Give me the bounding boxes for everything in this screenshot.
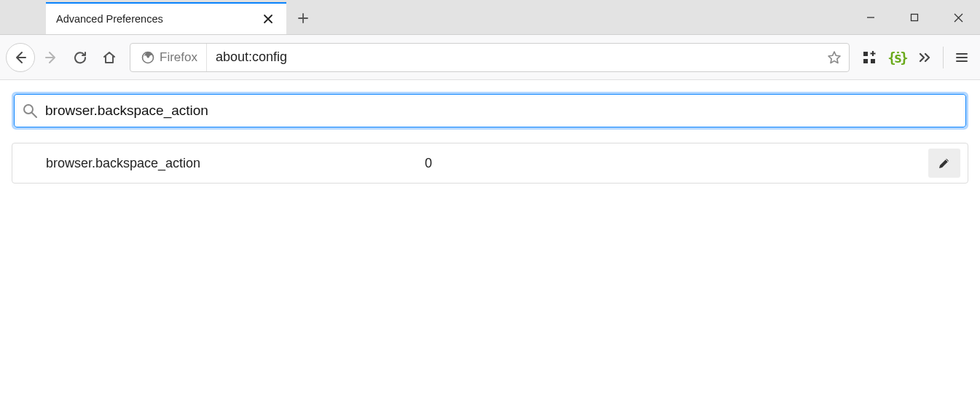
window-controls — [849, 0, 980, 35]
browser-tab-active[interactable]: Advanced Preferences — [46, 2, 286, 34]
toolbar-separator — [943, 47, 944, 68]
identity-label: Firefox — [160, 50, 197, 65]
preference-name: browser.backspace_action — [46, 156, 425, 171]
forward-button[interactable] — [38, 44, 64, 71]
reload-button[interactable] — [67, 44, 93, 71]
pencil-icon — [938, 157, 951, 170]
back-button[interactable] — [6, 43, 35, 72]
navigation-toolbar: Firefox {ṡ} — [0, 35, 980, 80]
overflow-chevron-icon[interactable] — [912, 45, 937, 70]
hamburger-menu-icon[interactable] — [949, 45, 974, 70]
window-close-button[interactable] — [936, 0, 980, 35]
maximize-button[interactable] — [893, 0, 936, 35]
svg-rect-3 — [863, 59, 868, 63]
extension-tiles-icon[interactable] — [857, 45, 882, 70]
svg-rect-4 — [871, 59, 875, 63]
minimize-button[interactable] — [849, 0, 893, 35]
tab-title: Advanced Preferences — [56, 13, 260, 25]
search-icon — [22, 103, 38, 119]
preference-search-input[interactable] — [38, 103, 958, 119]
url-bar[interactable]: Firefox — [130, 43, 850, 72]
greasemonkey-extension-icon[interactable]: {ṡ} — [885, 45, 909, 70]
tab-strip: Advanced Preferences — [0, 0, 980, 35]
bookmark-star-icon[interactable] — [820, 43, 849, 72]
firefox-logo-icon — [141, 50, 155, 65]
preference-value: 0 — [425, 156, 928, 171]
svg-point-5 — [24, 105, 33, 114]
url-input[interactable] — [207, 44, 820, 71]
edit-preference-button[interactable] — [928, 149, 960, 178]
svg-rect-0 — [912, 15, 918, 21]
home-button[interactable] — [96, 44, 122, 71]
preference-row[interactable]: browser.backspace_action 0 — [12, 143, 968, 184]
preference-search-box[interactable] — [14, 94, 966, 127]
svg-rect-2 — [863, 52, 868, 56]
tab-strip-spacer — [0, 0, 46, 34]
search-focus-ring — [12, 92, 968, 130]
close-tab-icon[interactable] — [260, 11, 276, 27]
about-config-content: browser.backspace_action 0 — [0, 80, 980, 195]
identity-box[interactable]: Firefox — [130, 44, 207, 71]
new-tab-button[interactable] — [286, 2, 320, 34]
